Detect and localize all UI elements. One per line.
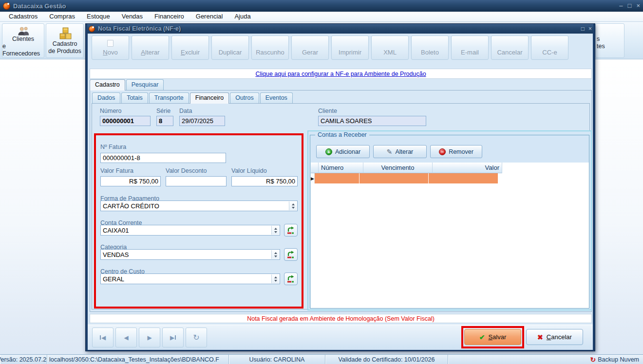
- centro-custo-combo[interactable]: GERAL: [100, 273, 280, 284]
- valor-fatura-field[interactable]: R$ 750,00: [100, 176, 161, 186]
- close-icon[interactable]: ×: [636, 1, 640, 10]
- cancelar-button[interactable]: ✖ Cancelar: [526, 329, 583, 345]
- menu-gerencial[interactable]: Gerencial: [190, 12, 229, 21]
- menu-vendas[interactable]: Vendas: [116, 12, 149, 21]
- partially-hidden-toolbar-button[interactable]: s tes: [595, 23, 624, 58]
- status-certificate: Validade do Certificado: 10/01/2026: [325, 355, 448, 364]
- pencil-icon: ✎: [387, 148, 393, 156]
- col-numero[interactable]: Número: [319, 163, 363, 173]
- nav-first-button[interactable]: ◀: [92, 328, 113, 347]
- gerar-button[interactable]: Gerar: [291, 36, 329, 60]
- valor-liquido-label: Valor Líquido: [231, 167, 267, 174]
- tab-pesquisar[interactable]: Pesquisar: [126, 79, 164, 90]
- menu-compras[interactable]: Compras: [43, 12, 81, 21]
- nav-next-button[interactable]: ▶: [139, 328, 160, 347]
- nfe-titlebar: Nota Fiscal Eletrônica (NF-e) □ ×: [87, 24, 593, 34]
- xml-button[interactable]: XML: [371, 36, 409, 60]
- nfe-maximize-icon[interactable]: □: [581, 24, 585, 33]
- cancelar-nfe-button[interactable]: Cancelar: [491, 36, 529, 60]
- tab-dados[interactable]: Dados: [92, 92, 120, 103]
- excluir-button[interactable]: Excluir: [171, 36, 209, 60]
- conta-corrente-combo[interactable]: CAIXA01: [100, 225, 280, 236]
- alterar-conta-button[interactable]: ✎ Alterar: [373, 145, 427, 158]
- centro-custo-lookup-button[interactable]: [284, 273, 298, 285]
- categoria-combo[interactable]: VENDAS: [100, 249, 280, 260]
- refresh-icon: ↻: [193, 333, 199, 342]
- green-arrow-lookup-icon: [286, 275, 295, 283]
- status-backup[interactable]: ↻ Backup Nuvem: [448, 355, 643, 364]
- table-header: Número Vencimento Valor: [311, 163, 589, 173]
- imprimir-button[interactable]: Imprimir: [331, 36, 369, 60]
- valor-liquido-field[interactable]: R$ 750,00: [231, 176, 298, 186]
- nfe-toolbar: Novo Alterar Excluir Duplicar Rascunho G…: [92, 36, 568, 60]
- menu-cadastros[interactable]: Cadastros: [3, 12, 43, 21]
- production-config-link[interactable]: Clique aqui para configurar a NF-e para …: [255, 71, 426, 77]
- nfe-bottom-bar: ◀ ◀ ▶ ▶ ↻ ✔ Salvar ✖ Cancelar: [88, 325, 593, 350]
- minimize-icon[interactable]: –: [619, 1, 623, 10]
- tab-totais[interactable]: Totais: [121, 92, 148, 103]
- fatura-field[interactable]: 000000001-8: [100, 153, 226, 163]
- conta-corrente-lookup-button[interactable]: [284, 224, 298, 237]
- email-button[interactable]: E-mail: [451, 36, 489, 60]
- x-icon: ✖: [537, 333, 543, 341]
- row-indicator-header: [311, 163, 319, 173]
- boleto-button[interactable]: Boleto: [411, 36, 449, 60]
- status-database-path: localhost/3050:C:\Datacaixa_Testes_Insta…: [47, 355, 229, 364]
- numero-field[interactable]: 000000001: [100, 116, 151, 126]
- valor-desconto-label: Valor Desconto: [166, 167, 207, 174]
- row-pointer-icon: ▶: [311, 173, 315, 183]
- tab-cadastro[interactable]: Cadastro: [90, 79, 125, 91]
- cliente-field[interactable]: CAMILA SOARES: [318, 116, 426, 126]
- salvar-button[interactable]: ✔ Salvar: [464, 329, 521, 345]
- plus-icon: +: [325, 148, 332, 155]
- clientes-fornecedores-button[interactable]: Clientes e Fornecedores: [2, 23, 44, 58]
- nfe-close-icon[interactable]: ×: [588, 24, 592, 33]
- tab-financeiro[interactable]: Financeiro: [190, 92, 229, 104]
- green-arrow-lookup-icon: [286, 226, 295, 234]
- rascunho-button[interactable]: Rascunho: [251, 36, 289, 60]
- novo-button[interactable]: Novo: [92, 36, 129, 60]
- contas-receber-title: Contas a Receber: [315, 131, 369, 138]
- menu-estoque[interactable]: Estoque: [81, 12, 116, 21]
- tab-outros[interactable]: Outros: [230, 92, 259, 103]
- data-field[interactable]: 29/07/2025: [179, 116, 225, 126]
- valor-desconto-field[interactable]: [166, 176, 227, 186]
- nfe-window-title: Nota Fiscal Eletrônica (NF-e): [98, 25, 181, 32]
- tab-transporte[interactable]: Transporte: [149, 92, 189, 103]
- homologacao-message: Nota Fiscal gerada em Ambiente de Homolo…: [247, 315, 435, 322]
- spinner-icon[interactable]: [271, 226, 279, 235]
- status-bar: Versão: 2025.07.29 localhost/3050:C:\Dat…: [0, 354, 643, 364]
- valor-fatura-label: Valor Fatura: [100, 167, 133, 174]
- maximize-icon[interactable]: □: [628, 1, 632, 10]
- cell-numero: [315, 173, 359, 183]
- cadastro-produtos-button[interactable]: Cadastro de Produtos: [46, 23, 84, 58]
- col-valor[interactable]: Valor: [433, 163, 502, 173]
- adicionar-button[interactable]: + Adicionar: [316, 145, 370, 158]
- main-titlebar: Datacaixa Gestão – □ ×: [0, 0, 643, 12]
- green-arrow-lookup-icon: [286, 251, 295, 258]
- main-window-controls: – □ ×: [619, 1, 640, 10]
- spinner-icon[interactable]: [289, 201, 297, 210]
- alterar-button[interactable]: Alterar: [132, 36, 169, 60]
- spinner-icon[interactable]: [271, 274, 279, 283]
- table-row-selected[interactable]: ▶: [311, 173, 589, 183]
- col-vencimento[interactable]: Vencimento: [363, 163, 433, 173]
- categoria-lookup-button[interactable]: [284, 248, 298, 261]
- cell-vencimento: [359, 173, 429, 183]
- serie-field[interactable]: 8: [156, 116, 173, 126]
- nav-prev-button[interactable]: ◀: [115, 328, 137, 347]
- partial-label-2: tes: [597, 43, 605, 50]
- duplicar-button[interactable]: Duplicar: [211, 36, 249, 60]
- cell-valor: [429, 173, 498, 183]
- nav-refresh-button[interactable]: ↻: [186, 328, 207, 347]
- tab-eventos[interactable]: Eventos: [260, 92, 293, 103]
- menu-ajuda[interactable]: Ajuda: [228, 12, 256, 21]
- spinner-icon[interactable]: [271, 250, 279, 259]
- nav-last-button[interactable]: ▶: [162, 328, 184, 347]
- check-icon: ✔: [479, 333, 485, 341]
- menu-financeiro[interactable]: Financeiro: [149, 12, 190, 21]
- serie-label: Série: [156, 108, 170, 114]
- cce-button[interactable]: CC-e: [531, 36, 568, 60]
- remover-button[interactable]: − Remover: [430, 145, 482, 158]
- forma-pagamento-combo[interactable]: CARTÃO CRÉDITO: [100, 200, 298, 211]
